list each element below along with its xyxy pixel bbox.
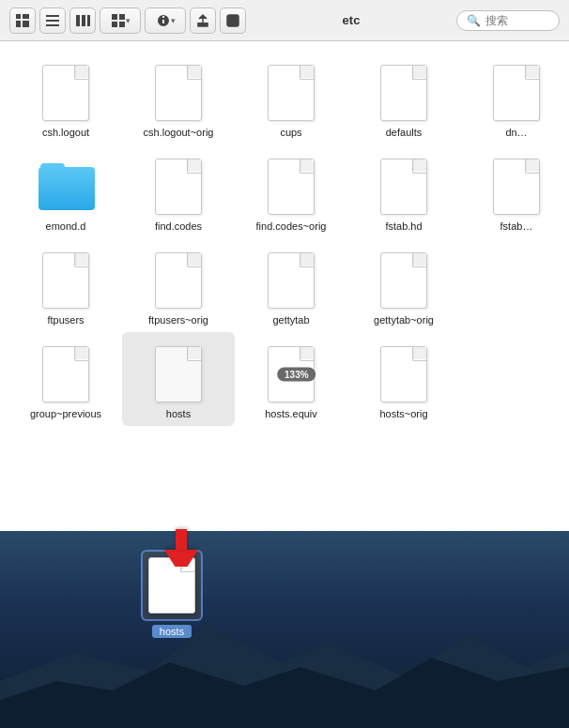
svg-rect-14	[227, 15, 238, 26]
view-icon-button[interactable]	[9, 8, 36, 34]
window-title: etc	[252, 13, 451, 27]
svg-rect-6	[46, 24, 59, 26]
search-icon: 🔍	[467, 14, 481, 27]
svg-rect-11	[119, 14, 125, 20]
file-label: fstab.hd	[385, 220, 422, 233]
file-icon-fstab	[489, 157, 544, 217]
svg-rect-7	[76, 15, 80, 26]
file-label: hosts~orig	[379, 408, 427, 420]
svg-rect-9	[87, 15, 90, 26]
file-item-gettytab-orig[interactable]: gettytab~orig	[347, 238, 460, 332]
file-label: ftpusers	[47, 314, 84, 326]
toolbar-right: 🔍	[456, 10, 560, 31]
file-icon-gettytab-orig	[377, 250, 431, 311]
file-item-hosts-orig[interactable]: hosts~orig	[347, 332, 460, 426]
file-item-group-previous[interactable]: group~previous	[9, 332, 122, 426]
file-label: emond.d	[46, 220, 86, 233]
file-item-defaults[interactable]: defaults	[347, 51, 460, 144]
file-label: hosts	[166, 408, 191, 420]
search-input[interactable]	[485, 14, 561, 27]
finder-content: csh.logout csh.logout~orig cups defaults…	[0, 41, 569, 567]
file-item-csh-logout-orig[interactable]: csh.logout~orig	[122, 51, 235, 144]
file-item-hosts-equiv[interactable]: 133% hosts.equiv	[235, 332, 347, 426]
file-label: find.codes~orig	[256, 220, 327, 233]
file-item-empty-2-4	[460, 238, 569, 332]
file-icon-find-codes-orig	[264, 157, 318, 217]
file-item-cups[interactable]: cups	[235, 51, 347, 144]
file-icon-defaults	[377, 63, 431, 123]
file-label: dn…	[505, 127, 527, 139]
file-icon-ftpusers	[38, 250, 93, 311]
file-label: gettytab~orig	[374, 314, 434, 326]
arrow-head	[164, 550, 198, 567]
file-item-fstab-hd[interactable]: fstab.hd	[347, 144, 460, 238]
tag-button[interactable]	[220, 8, 246, 34]
file-icon-find-codes	[151, 157, 206, 217]
file-icon-hosts	[151, 344, 206, 404]
file-icon-hosts-orig	[377, 344, 431, 404]
file-icon-dn	[489, 63, 544, 123]
file-icon-ftpusers-orig	[151, 250, 206, 311]
desktop-file-label: hosts	[152, 625, 192, 638]
svg-rect-0	[16, 14, 21, 19]
desktop-area: hosts	[0, 531, 569, 728]
file-label: ftpusers~orig	[148, 314, 208, 326]
file-icon-csh-logout-orig	[151, 63, 206, 123]
file-icon-csh-logout	[38, 63, 93, 123]
list-view-button[interactable]	[39, 8, 66, 34]
file-icon-hosts-equiv: 133%	[264, 344, 318, 404]
toolbar-left-controls: ▾ ▾	[9, 8, 246, 34]
file-label: csh.logout~orig	[144, 127, 214, 139]
column-view-button[interactable]	[69, 8, 96, 34]
file-item-dn[interactable]: dn…	[460, 51, 569, 144]
action-button[interactable]: ▾	[145, 8, 186, 34]
file-item-fstab[interactable]: fstab…	[460, 144, 569, 238]
file-label: group~previous	[30, 408, 101, 420]
zoom-badge: 133%	[277, 367, 316, 381]
file-label: cups	[280, 127, 301, 139]
svg-rect-2	[16, 21, 21, 27]
file-icon-emond-d	[38, 157, 93, 217]
arrow-body	[176, 529, 187, 550]
file-item-csh-logout[interactable]: csh.logout	[9, 51, 122, 144]
file-icon-gettytab	[264, 250, 318, 311]
icon-grid: csh.logout csh.logout~orig cups defaults…	[0, 41, 569, 435]
file-item-emond-d[interactable]: emond.d	[9, 144, 122, 238]
share-button[interactable]	[190, 8, 216, 34]
gallery-view-button[interactable]: ▾	[100, 8, 141, 34]
file-item-find-codes-orig[interactable]: find.codes~orig	[235, 144, 347, 238]
file-label: gettytab	[272, 314, 309, 326]
search-box[interactable]: 🔍	[456, 10, 560, 31]
file-label: defaults	[386, 127, 423, 139]
file-item-gettytab[interactable]: gettytab	[235, 238, 347, 332]
file-icon-cups	[264, 63, 318, 123]
file-label: hosts.equiv	[265, 408, 317, 420]
cursor-arrow	[164, 529, 198, 567]
svg-rect-3	[23, 21, 29, 27]
file-label: fstab…	[500, 220, 533, 233]
toolbar: ▾ ▾ etc 🔍	[0, 0, 569, 41]
svg-rect-8	[82, 15, 85, 26]
file-item-find-codes[interactable]: find.codes	[122, 144, 235, 238]
file-item-ftpusers[interactable]: ftpusers	[9, 238, 122, 332]
file-icon-group-previous	[38, 344, 93, 404]
file-item-empty-3-4	[460, 332, 569, 426]
file-label: csh.logout	[42, 127, 89, 139]
svg-rect-4	[46, 15, 59, 17]
svg-rect-5	[46, 20, 59, 22]
mountain-silhouette	[0, 597, 569, 728]
svg-rect-10	[112, 14, 117, 20]
file-label: find.codes	[155, 220, 202, 233]
svg-rect-12	[112, 22, 117, 27]
svg-rect-1	[23, 14, 29, 19]
file-item-hosts[interactable]: hosts	[122, 332, 235, 426]
file-item-ftpusers-orig[interactable]: ftpusers~orig	[122, 238, 235, 332]
svg-rect-13	[119, 22, 125, 27]
file-icon-fstab-hd	[377, 157, 431, 217]
